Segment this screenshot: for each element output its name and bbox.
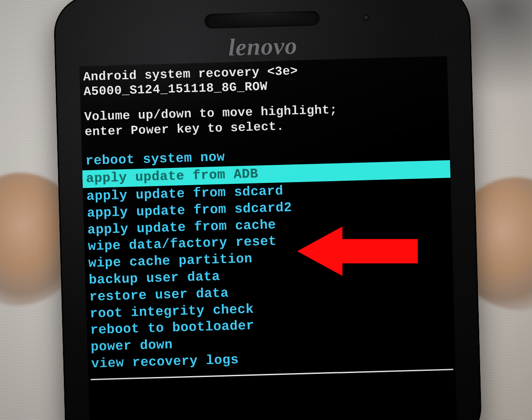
- recovery-menu[interactable]: reboot system now apply update from ADB …: [82, 143, 456, 373]
- sensor-dot: [364, 16, 368, 20]
- recovery-screen: Android system recovery <3e> A5000_S124_…: [79, 56, 458, 420]
- speaker-grille: [204, 11, 320, 29]
- brand-logo: lenovo: [228, 31, 297, 61]
- phone-body: lenovo Android system recovery <3e> A500…: [53, 0, 482, 420]
